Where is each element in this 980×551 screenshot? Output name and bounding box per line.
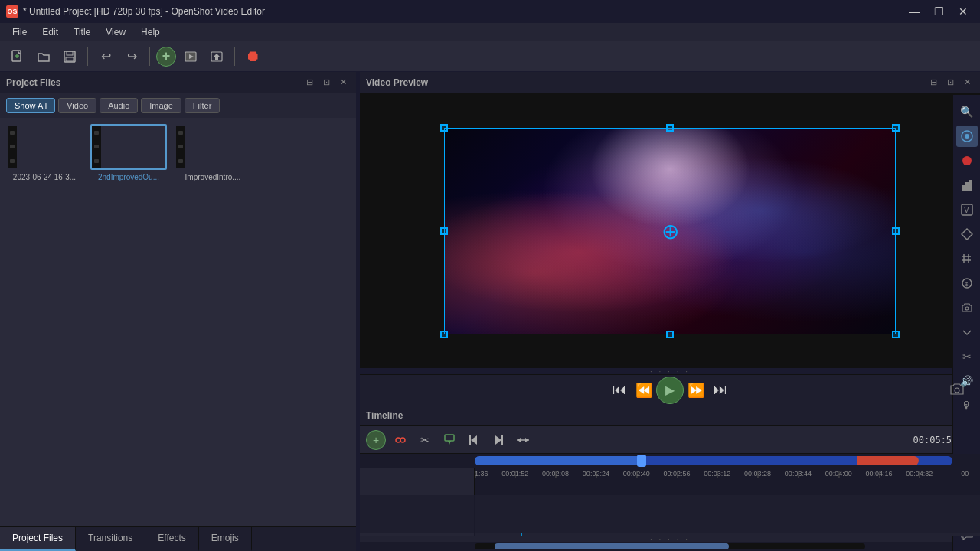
h-scrollbar[interactable] [360,542,980,551]
film-hole [178,145,183,148]
svg-rect-32 [469,435,471,445]
film-strip-right [8,168,17,170]
right-section: 🔍 [360,72,980,551]
sidebar-chevron-down-icon[interactable] [956,321,978,343]
redo-button[interactable]: ↪ [120,45,143,68]
skip-start-button[interactable]: ⏮ [607,378,632,403]
tab-emojis[interactable]: Emojis [199,527,252,551]
ruler-mark: 00:03:28 [744,468,771,478]
tl-jump-end-button[interactable] [488,430,508,450]
sidebar-upload-icon[interactable] [956,126,978,147]
title-bar: OS * Untitled Project [HD 720p 30 fps] -… [0,0,980,23]
svg-rect-29 [445,435,454,441]
handle-mid-left[interactable] [440,227,448,235]
track-label-empty [360,495,475,533]
sidebar-v-icon[interactable]: V [956,199,978,220]
handle-bottom-right[interactable] [892,331,900,338]
new-button[interactable] [6,45,29,68]
svg-marker-30 [448,441,451,445]
sidebar-chart-icon[interactable] [956,174,978,196]
tab-transitions[interactable]: Transitions [76,527,145,551]
file-item[interactable]: 2023-06-24 16-3... [6,124,83,181]
save-button[interactable] [58,45,81,68]
file-label: ImprovedIntro.... [175,173,251,181]
handle-bottom-mid[interactable] [666,331,674,338]
table-row [360,495,980,533]
handle-bottom-left[interactable] [440,331,448,338]
play-button[interactable]: ▶ [656,377,684,404]
film-hole [178,159,183,163]
handle-top-mid[interactable] [666,124,674,132]
filter-tabs: Show All Video Audio Image Filter [0,93,356,118]
filter-tab-filter[interactable]: Filter [185,98,220,113]
panel-expand-button[interactable]: ⊡ [319,76,333,90]
maximize-button[interactable]: ❐ [928,3,949,20]
h-scrollbar-thumb[interactable] [495,543,729,549]
sidebar-red-dot-icon[interactable] [956,150,978,171]
sidebar-scissors-icon[interactable]: ✂ [956,346,978,367]
rewind-button[interactable]: ⏪ [632,378,656,403]
handle-mid-right[interactable] [892,227,900,235]
menu-view[interactable]: View [98,23,133,41]
filter-tab-video[interactable]: Video [58,98,96,113]
project-files-panel: Project Files ⊟ ⊡ ✕ Show All Video Audio… [0,72,356,526]
add-button[interactable]: + [156,47,176,67]
sidebar-diamond-icon[interactable] [956,223,978,245]
tab-effects[interactable]: Effects [145,527,198,551]
filter-tab-all[interactable]: Show All [6,98,55,113]
tab-project-files[interactable]: Project Files [0,527,76,551]
ruler-mark: 00 [961,468,969,478]
h-scrollbar-track[interactable] [475,543,865,549]
upload-button[interactable] [205,45,228,68]
sidebar-hash-icon[interactable] [956,248,978,269]
preview-minimize-button[interactable]: ⊟ [926,76,940,90]
scrub-playhead[interactable] [637,455,646,467]
ruler-time-label [360,468,475,495]
film-hole [10,145,15,148]
film-hole [10,131,15,135]
minimize-button[interactable]: — [903,3,925,20]
open-button[interactable] [32,45,55,68]
tl-zoom-button[interactable] [513,430,533,450]
svg-rect-14 [965,182,969,191]
panel-close-button[interactable]: ✕ [336,76,350,90]
svg-point-25 [965,307,969,310]
handle-top-right[interactable] [892,124,900,132]
undo-button[interactable]: ↩ [94,45,117,68]
track-1-content[interactable] [475,533,980,536]
sidebar-search-icon[interactable]: 🔍 [956,101,978,122]
file-item[interactable]: ImprovedIntro.... [175,124,251,181]
menu-help[interactable]: Help [133,23,168,41]
sidebar-coin-icon[interactable]: $ [956,272,978,294]
tl-razor-button[interactable]: ✂ [415,430,435,450]
filter-tab-image[interactable]: Image [141,98,181,113]
menu-file[interactable]: File [5,23,34,41]
svg-rect-15 [969,180,972,191]
svg-marker-31 [471,435,477,445]
timeline-scrub-bar[interactable] [360,454,980,468]
panel-minimize-button[interactable]: ⊟ [302,76,316,90]
handle-top-left[interactable] [440,124,448,132]
menu-edit[interactable]: Edit [34,23,66,41]
export-button[interactable] [179,45,202,68]
skip-end-button[interactable]: ⏭ [708,378,733,403]
preview-close-button[interactable]: ✕ [960,76,974,90]
preview-expand-button[interactable]: ⊡ [943,76,957,90]
fast-forward-button[interactable]: ⏩ [684,378,708,403]
tl-jump-start-button[interactable] [464,430,484,450]
app-icon: OS [6,5,18,18]
tl-marker-button[interactable] [439,430,459,450]
tl-link-button[interactable] [390,430,410,450]
filter-tab-audio[interactable]: Audio [100,98,138,113]
sidebar-camera-icon[interactable] [956,297,978,318]
playback-controls: ⏮ ⏪ ▶ ⏩ ⏭ [360,374,980,405]
menu-title[interactable]: Title [66,23,98,41]
close-button[interactable]: ✕ [952,3,974,20]
svg-point-12 [962,156,972,165]
tl-add-button[interactable]: + [366,430,386,450]
snapshot-button[interactable] [946,380,968,401]
file-item[interactable]: 2ndImprovedOu... [90,124,167,181]
record-button[interactable]: ⏺ [241,45,264,68]
timeline-dots: · · · · · [360,536,980,542]
scrub-right [858,456,919,465]
